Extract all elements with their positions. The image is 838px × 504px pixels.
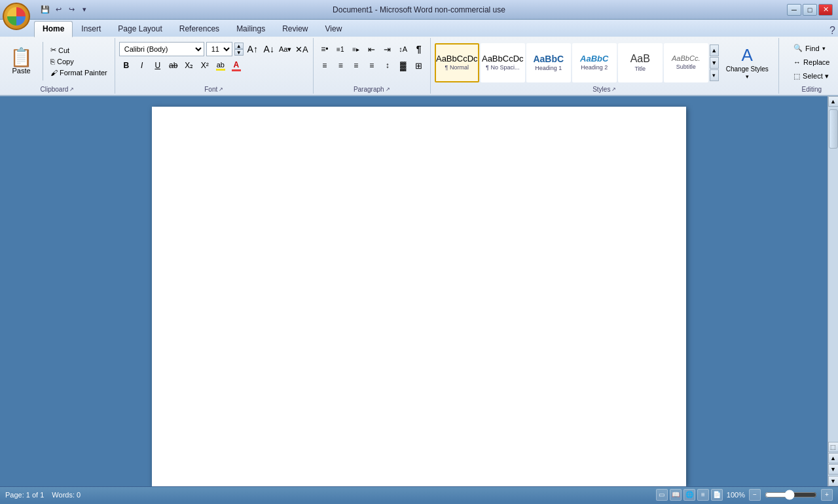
paste-button[interactable]: 📋 Paste bbox=[4, 45, 39, 78]
select-button[interactable]: ⬚ Select ▾ bbox=[789, 70, 833, 82]
bold-button[interactable]: B bbox=[119, 58, 134, 73]
ribbon-help-icon[interactable]: ? bbox=[829, 25, 835, 37]
find-button[interactable]: 🔍 Find ▾ bbox=[789, 42, 829, 54]
close-button[interactable]: ✕ bbox=[818, 4, 833, 16]
cut-button[interactable]: ✂ Cut bbox=[47, 45, 111, 56]
scroll-prev-page-button[interactable]: ▲ bbox=[828, 453, 839, 463]
font-size-select[interactable]: 11 bbox=[206, 42, 232, 56]
print-layout-button[interactable]: ▭ bbox=[656, 489, 668, 501]
scroll-select-button[interactable]: ⬚ bbox=[828, 442, 839, 452]
borders-button[interactable]: ⊞ bbox=[412, 58, 426, 73]
change-styles-button[interactable]: A Change Styles ▾ bbox=[720, 42, 774, 83]
styles-scroll-up[interactable]: ▲ bbox=[710, 45, 719, 56]
align-center-button[interactable]: ≡ bbox=[333, 58, 348, 73]
font-color-button[interactable]: A bbox=[229, 58, 244, 73]
style-heading2-label: Heading 2 bbox=[581, 64, 608, 71]
tab-mailings[interactable]: Mailings bbox=[228, 21, 274, 37]
styles-scroll-down[interactable]: ▼ bbox=[710, 57, 719, 69]
subscript-button[interactable]: X₂ bbox=[182, 58, 196, 73]
text-highlight-button[interactable]: ab bbox=[213, 58, 228, 73]
superscript-button[interactable]: X² bbox=[198, 58, 212, 73]
style-no-spacing[interactable]: AaBbCcDc ¶ No Spaci... bbox=[481, 43, 525, 82]
undo-button[interactable]: ↩ bbox=[52, 4, 64, 16]
scroll-thumb[interactable] bbox=[829, 109, 838, 149]
scroll-down-button[interactable]: ▼ bbox=[828, 476, 839, 486]
document-page[interactable] bbox=[152, 107, 686, 486]
multilevel-list-button[interactable]: ≡▸ bbox=[349, 42, 363, 56]
replace-icon: ↔ bbox=[793, 58, 801, 66]
italic-button[interactable]: I bbox=[135, 58, 149, 73]
save-button[interactable]: 💾 bbox=[39, 4, 51, 16]
numbering-button[interactable]: ≡1 bbox=[333, 42, 348, 56]
font-expand-icon[interactable]: ↗ bbox=[219, 86, 223, 92]
find-dropdown[interactable]: ▾ bbox=[822, 45, 826, 52]
format-painter-button[interactable]: 🖌 Format Painter bbox=[47, 67, 111, 78]
words-info: Words: 0 bbox=[52, 491, 81, 499]
bullets-button[interactable]: ≡• bbox=[318, 42, 332, 56]
scrollbar-vertical: ▲ ⬚ ▲ ▼ ▼ bbox=[828, 96, 838, 486]
underline-button[interactable]: U bbox=[151, 58, 165, 73]
style-subtitle[interactable]: AaBbCc. Subtitle bbox=[664, 43, 708, 82]
justify-button[interactable]: ≡ bbox=[365, 58, 379, 73]
sort-button[interactable]: ↕A bbox=[396, 42, 410, 56]
paragraph-expand-icon[interactable]: ↗ bbox=[386, 86, 390, 92]
paragraph-row-2: ≡ ≡ ≡ ≡ ↕ ▓ ⊞ bbox=[318, 58, 426, 73]
grow-font-button[interactable]: A↑ bbox=[246, 42, 260, 56]
style-normal[interactable]: AaBbCcDc ¶ Normal bbox=[435, 43, 479, 82]
line-spacing-button[interactable]: ↕ bbox=[380, 58, 395, 73]
strikethrough-button[interactable]: ab bbox=[166, 58, 181, 73]
style-subtitle-preview: AaBbCc. bbox=[672, 55, 700, 62]
quick-access-toolbar: 💾 ↩ ↪ ▾ bbox=[39, 4, 90, 16]
cut-icon: ✂ bbox=[50, 46, 56, 54]
web-layout-button[interactable]: 🌐 bbox=[683, 489, 695, 501]
font-size-increase[interactable]: ▲ bbox=[234, 43, 244, 49]
decrease-indent-button[interactable]: ⇤ bbox=[365, 42, 379, 56]
shrink-font-button[interactable]: A↓ bbox=[262, 42, 276, 56]
tab-view[interactable]: View bbox=[317, 21, 351, 37]
show-marks-button[interactable]: ¶ bbox=[412, 42, 426, 56]
style-title-label: Title bbox=[634, 65, 646, 72]
tab-insert[interactable]: Insert bbox=[73, 21, 109, 37]
change-styles-dropdown[interactable]: ▾ bbox=[746, 73, 749, 80]
style-heading2[interactable]: AaBbC Heading 2 bbox=[572, 43, 617, 82]
change-case-button[interactable]: Aa▾ bbox=[278, 42, 293, 56]
zoom-in-button[interactable]: + bbox=[821, 489, 833, 501]
office-button[interactable] bbox=[3, 3, 30, 30]
tab-page-layout[interactable]: Page Layout bbox=[109, 21, 170, 37]
replace-label: Replace bbox=[803, 58, 829, 66]
copy-button[interactable]: ⎘ Copy bbox=[47, 56, 111, 67]
zoom-out-button[interactable]: − bbox=[749, 489, 761, 501]
style-normal-label: ¶ Normal bbox=[445, 64, 469, 71]
style-heading1[interactable]: AaBbC Heading 1 bbox=[526, 43, 571, 82]
clear-formatting-button[interactable]: ✕A bbox=[295, 42, 309, 56]
redo-button[interactable]: ↪ bbox=[65, 4, 77, 16]
scroll-next-page-button[interactable]: ▼ bbox=[828, 464, 839, 475]
tab-home[interactable]: Home bbox=[34, 21, 73, 37]
font-size-decrease[interactable]: ▼ bbox=[234, 49, 244, 56]
quick-access-dropdown[interactable]: ▾ bbox=[79, 4, 90, 16]
align-left-button[interactable]: ≡ bbox=[318, 58, 332, 73]
shading-button[interactable]: ▓ bbox=[396, 58, 410, 73]
tab-references[interactable]: References bbox=[171, 21, 228, 37]
clipboard-stack: ✂ Cut ⎘ Copy 🖌 Format Painter bbox=[47, 45, 111, 78]
paste-label: Paste bbox=[12, 67, 30, 75]
tab-review[interactable]: Review bbox=[274, 21, 316, 37]
clipboard-expand-icon[interactable]: ↗ bbox=[69, 86, 74, 92]
outline-button[interactable]: ≡ bbox=[697, 489, 709, 501]
styles-scroll-more[interactable]: ▾ bbox=[710, 69, 719, 81]
draft-button[interactable]: 📄 bbox=[711, 489, 723, 501]
copy-label: Copy bbox=[57, 58, 74, 65]
styles-expand-icon[interactable]: ↗ bbox=[611, 86, 616, 92]
minimize-button[interactable]: ─ bbox=[787, 4, 801, 16]
replace-button[interactable]: ↔ Replace bbox=[789, 56, 834, 68]
scroll-up-button[interactable]: ▲ bbox=[828, 96, 839, 107]
status-right: ▭ 📖 🌐 ≡ 📄 100% − + bbox=[656, 489, 833, 501]
font-name-select[interactable]: Calibri (Body) bbox=[119, 42, 204, 56]
increase-indent-button[interactable]: ⇥ bbox=[380, 42, 395, 56]
align-right-button[interactable]: ≡ bbox=[349, 58, 363, 73]
style-title[interactable]: AaB Title bbox=[618, 43, 663, 82]
select-icon: ⬚ bbox=[793, 72, 800, 81]
zoom-slider[interactable] bbox=[765, 491, 817, 499]
full-reading-button[interactable]: 📖 bbox=[670, 489, 682, 501]
maximize-button[interactable]: □ bbox=[803, 4, 817, 16]
